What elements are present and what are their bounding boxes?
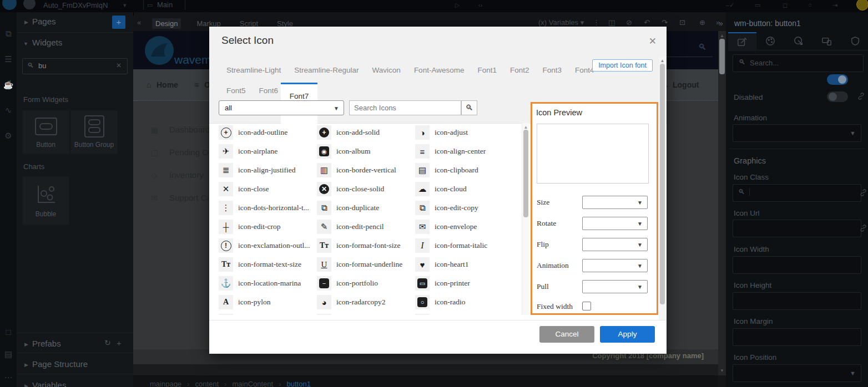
properties-search[interactable]: 🔍︎ Search... — [733, 54, 864, 72]
prefabs-section-row[interactable]: ▶ Prefabs ↻ + — [17, 335, 133, 352]
icon-width-input[interactable] — [733, 256, 861, 274]
connector-rail-icon[interactable]: ∿ — [0, 105, 17, 115]
canvas-scrollbar-thumb[interactable] — [719, 39, 725, 74]
preview-code-icon[interactable]: ‹› — [478, 2, 482, 8]
icon-list-item[interactable]: ▭ icon-printer — [415, 274, 513, 293]
scroll-up-icon[interactable]: ▲ — [659, 58, 666, 63]
icon-class-input[interactable]: 🔍︎ — [733, 184, 861, 202]
widget-search-box[interactable]: 🔍︎ bu ✕ — [22, 58, 128, 74]
bind-icon-url-icon[interactable] — [859, 224, 867, 232]
frame-rail-icon[interactable]: □ — [0, 327, 17, 337]
icon-option-select[interactable]: ▼ — [582, 238, 648, 251]
icon-list-item[interactable]: ✎ icon-edit-pencil — [317, 217, 415, 236]
icon-list-item[interactable]: I icon-format-italic — [415, 236, 513, 255]
icon-list-scrollbar[interactable]: ▲ — [522, 123, 529, 315]
icon-position-select[interactable]: ▼ — [733, 364, 861, 382]
nav-home[interactable]: Home — [157, 80, 178, 89]
icon-list-item[interactable]: ✕ icon-close — [219, 180, 317, 198]
icon-list-item[interactable]: A icon-pylon — [219, 293, 317, 312]
bind-disabled-icon[interactable] — [857, 92, 865, 100]
dialog-scrollbar[interactable]: ▲ ▼ — [659, 57, 666, 342]
icon-list-item[interactable]: ○ icon-radio — [415, 293, 513, 312]
icon-list-item[interactable]: ⚓ icon-location-marina — [219, 274, 317, 293]
icon-list-item[interactable]: ▤ icon-clipboard — [415, 161, 513, 180]
drop-icon[interactable]: ○ — [808, 2, 812, 8]
add-page-button[interactable]: + — [112, 16, 125, 29]
icon-list-item[interactable]: ☁ icon-cloud — [415, 180, 513, 198]
hide-widgets-icon[interactable]: ⊘ — [626, 18, 632, 27]
redo-icon[interactable]: ↷ — [662, 18, 668, 27]
icon-list-item[interactable]: + icon-add-solid — [317, 123, 415, 142]
card-icon[interactable]: ▭ — [755, 2, 760, 9]
font-tab[interactable]: Streamline-Light — [226, 66, 281, 74]
close-icon[interactable]: ✕ — [649, 35, 657, 47]
icon-list-item[interactable] — [219, 312, 317, 315]
disabled-toggle[interactable] — [827, 91, 848, 102]
database-rail-icon[interactable]: ☰ — [0, 54, 17, 64]
zoom-in-icon[interactable]: ⊕ — [699, 18, 705, 27]
font-tab[interactable]: Font3 — [542, 66, 562, 74]
mode-tab[interactable]: Design — [152, 18, 181, 29]
icon-list-item[interactable]: ┼ icon-edit-crop — [219, 217, 317, 236]
settings-gear-icon[interactable]: ⚙ — [0, 131, 17, 141]
tab-properties[interactable] — [728, 32, 756, 51]
canvas-scrollbar[interactable]: ▲ ▼ — [718, 31, 726, 375]
collapse-panel-icon[interactable]: » — [719, 19, 723, 28]
widget-tile-bubble[interactable]: Bubble — [22, 176, 69, 225]
project-name[interactable]: Auto_FmDXvPmlqN — [43, 1, 108, 9]
kebab-menu-icon[interactable]: ⋮ — [593, 18, 600, 27]
variables-section-row[interactable]: ▶ Variables — [17, 377, 133, 387]
icon-option-select[interactable]: ▼ — [582, 217, 648, 230]
variables-menu[interactable]: (x) Variables ▾ — [538, 18, 584, 27]
import-icon-font-button[interactable]: Import Icon font — [592, 59, 653, 72]
more-dots-icon[interactable]: ⋯ — [0, 373, 17, 383]
refresh-prefabs-icon[interactable]: ↻ — [104, 338, 111, 347]
icon-list-item[interactable] — [415, 312, 513, 315]
page-structure-section-row[interactable]: ▶ Page Structure — [17, 356, 133, 373]
icon-list-item[interactable]: ✈ icon-airplane — [219, 142, 317, 161]
icon-list-item[interactable]: + icon-add-outline — [219, 123, 317, 142]
font-tab[interactable]: Font-Awesome — [414, 66, 465, 74]
icon-list-item[interactable]: ≡ icon-align-center — [415, 142, 513, 161]
breadcrumb-item[interactable]: mainContent — [232, 380, 286, 387]
tasks-icon[interactable]: –✓ — [726, 2, 734, 9]
icon-list-item[interactable]: Tт icon-format-text-size — [219, 255, 317, 274]
icon-list-item[interactable] — [317, 312, 415, 315]
breadcrumb-item[interactable]: button1 — [287, 380, 311, 387]
add-prefab-icon[interactable]: + — [117, 338, 122, 348]
export-icon[interactable]: ⇥ — [832, 2, 837, 9]
font-tab[interactable]: Font6 — [259, 86, 279, 95]
icon-list-item[interactable]: ! icon-exclamation-outl... — [219, 236, 317, 255]
font-tab[interactable]: Font5 — [226, 86, 246, 95]
icon-list-item[interactable]: ⧉ icon-duplicate — [317, 198, 415, 217]
font-tab[interactable]: Font2 — [510, 66, 529, 74]
tab-events[interactable] — [785, 32, 813, 50]
collapse-left-icon[interactable]: « — [137, 18, 141, 27]
icon-list-item[interactable]: ✉ icon-envelope — [415, 217, 513, 236]
icon-class-search-icon[interactable]: 🔍︎ — [738, 188, 750, 196]
font-tab[interactable]: Font4 — [575, 66, 594, 74]
icon-list-item[interactable]: Tт icon-format-font-size — [317, 236, 415, 255]
run-icon[interactable]: ▷ — [455, 2, 460, 9]
layout-icon[interactable]: ◫ — [608, 18, 615, 27]
icon-list-item[interactable]: ▥ icon-border-vertical — [317, 161, 415, 180]
page-tab[interactable]: ▭ Main — [143, 0, 185, 10]
icon-option-select[interactable]: ▼ — [582, 259, 648, 272]
icon-list-item[interactable]: U icon-format-underline — [317, 255, 415, 274]
icon-list-item[interactable]: ⋮ icon-dots-horizontal-t... — [219, 198, 317, 217]
icon-list-item[interactable]: ≣ icon-align-justified — [219, 161, 317, 180]
breadcrumb-item[interactable]: content — [195, 380, 232, 387]
icon-list-item[interactable]: ♥ icon-heart1 — [415, 255, 513, 274]
animation-select[interactable]: ▼ — [733, 124, 861, 142]
pages-section-row[interactable]: ▶ Pages + — [17, 14, 133, 31]
bind-icon-class-icon[interactable] — [859, 189, 867, 197]
tab-security[interactable] — [841, 32, 868, 50]
partial-toggle-on[interactable] — [827, 74, 848, 85]
avatar[interactable] — [23, 0, 36, 9]
undo-icon[interactable]: ↶ — [644, 18, 650, 27]
icon-list-item[interactable]: ◕ icon-radarcopy2 — [317, 293, 415, 312]
font-tab[interactable]: Font1 — [477, 66, 497, 74]
icon-search-button[interactable]: 🔍︎ — [461, 100, 477, 115]
user-avatar[interactable] — [856, 0, 868, 11]
font-tab[interactable]: Streamline-Regular — [294, 66, 359, 74]
